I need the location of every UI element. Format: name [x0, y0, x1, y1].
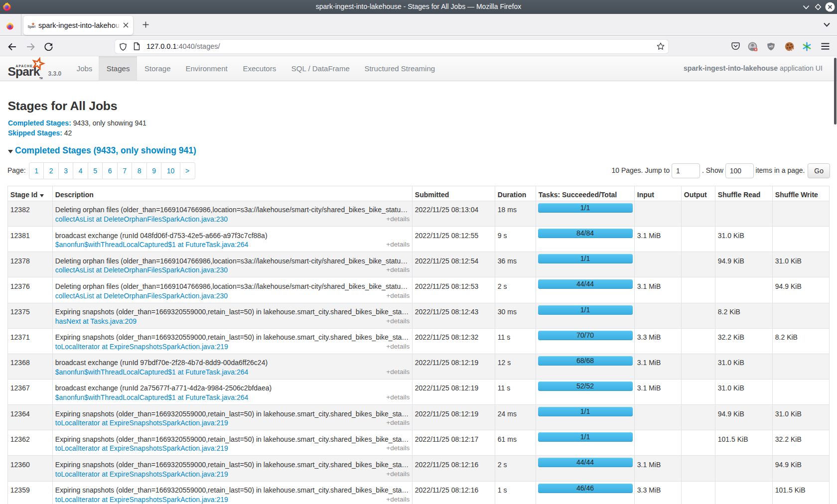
svg-text:APACHE: APACHE [16, 64, 33, 68]
svg-text:uO: uO [769, 44, 773, 48]
svg-text:Spark: Spark [28, 24, 36, 28]
svg-text:TM: TM [39, 77, 43, 80]
